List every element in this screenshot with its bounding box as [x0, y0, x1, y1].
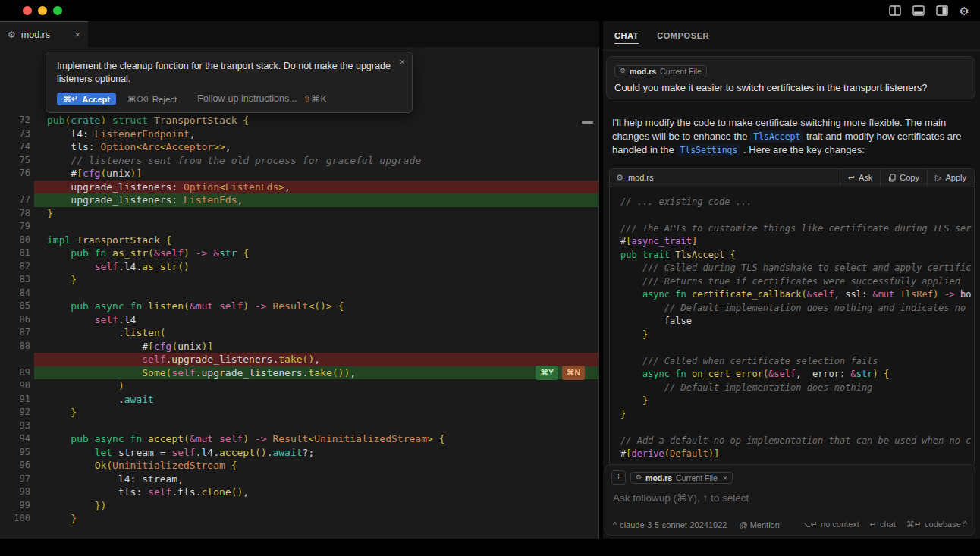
line-number: 72 [0, 114, 34, 127]
panel-icon[interactable] [912, 5, 925, 16]
assistant-text: . Here are the key changes: [740, 144, 864, 155]
chat-code-line: async fn certificate_callback(&self, ssl… [620, 288, 974, 302]
code-line[interactable]: 73 l4: ListenerEndpoint, [0, 127, 598, 141]
chat-code-line: /// The APIs to customize things like ce… [620, 222, 974, 236]
code-line[interactable]: 81 pub fn as_str(&self) -> &str { [0, 247, 598, 260]
keys: ↵ [870, 520, 877, 529]
code-text: l4: stream, [34, 473, 598, 486]
chat-code-line: // Default implementation does nothing [620, 382, 974, 395]
editor-viewport[interactable]: × Implement the cleanup function for the… [0, 47, 599, 539]
chat-code-line: async fn on_cert_error(&self, _error: &s… [620, 368, 974, 382]
code-block-filename: mod.rs [628, 173, 654, 182]
code-line[interactable]: 92 } [0, 406, 598, 419]
close-window-button[interactable] [23, 6, 32, 15]
reject-keys: ⌘⌫ [127, 94, 149, 105]
tab-close-icon[interactable]: × [74, 30, 80, 39]
tab-composer[interactable]: COMPOSER [657, 31, 709, 40]
followup-input[interactable]: Follow-up instructions... ⇧⌘K [197, 93, 327, 105]
chat-code-content: // ... existing code .../// The APIs to … [610, 187, 974, 466]
ask-button[interactable]: ↩ Ask [840, 169, 881, 187]
codebase-submit-button[interactable]: ⌘↵ codebase ^ [906, 520, 967, 529]
scrollbar-thumb[interactable] [582, 121, 593, 124]
code-line[interactable]: 94 pub async fn accept(&mut self) -> Res… [0, 432, 598, 446]
code-line[interactable]: 93 [0, 419, 598, 433]
diff-accept-badge[interactable]: ⌘Y [536, 366, 558, 381]
code-line[interactable]: 74 tls: Option<Arc<Acceptor>>, [0, 140, 598, 154]
minimize-window-button[interactable] [38, 6, 47, 15]
line-number: 90 [0, 379, 34, 393]
code-line[interactable]: 79 [0, 220, 598, 234]
accept-button[interactable]: ⌘↵ Accept [57, 93, 116, 105]
line-number: 75 [0, 154, 34, 168]
code-line[interactable]: 96 Ok(UninitializedStream { [0, 459, 598, 473]
tab-mod-rs[interactable]: ⚙ mod.rs × [0, 21, 88, 47]
line-number: 91 [0, 393, 34, 407]
code-line[interactable]: 76 #[cfg(unix)] [0, 167, 598, 181]
zoom-window-button[interactable] [53, 6, 62, 15]
code-line[interactable]: 88 #[cfg(unix)] [0, 340, 598, 353]
code-text: } [34, 207, 598, 221]
chat-code-line: /// Called when certificate selection fa… [620, 355, 974, 369]
inline-prompt-dialog: × Implement the cleanup function for the… [46, 52, 413, 113]
code-text: self.l4.as_str() [34, 260, 598, 274]
input-placeholder: Ask followup (⌘Y), ↑ to select [605, 485, 975, 504]
code-line[interactable]: 89 Some(self.upgrade_listeners.take()),⌘… [0, 366, 598, 380]
code-line[interactable]: 80impl TransportStack { [0, 234, 598, 247]
split-editor-icon[interactable] [889, 5, 901, 16]
code-line[interactable]: 87 .listen( [0, 326, 598, 340]
code-line[interactable]: 98 tls: self.tls.clone(), [0, 485, 598, 499]
line-number: 80 [0, 234, 34, 247]
apply-button[interactable]: ▷ Apply [927, 169, 974, 187]
code-line[interactable]: 97 l4: stream, [0, 473, 598, 486]
prompt-text: Implement the cleanup function for the t… [57, 60, 400, 86]
code-line[interactable]: 72pub(crate) struct TransportStack { [0, 114, 598, 127]
line-number: 86 [0, 313, 34, 327]
chat-code-line: } [620, 408, 974, 422]
chat-submit-button[interactable]: ↵ chat [870, 520, 896, 529]
prompt-close-icon[interactable]: × [399, 56, 405, 68]
inline-code: TlsSettings [677, 144, 740, 156]
reject-button[interactable]: ⌘⌫ Reject [127, 94, 177, 105]
chip-remove-icon[interactable]: × [723, 473, 727, 482]
add-context-button[interactable]: + [611, 470, 626, 485]
rust-file-icon: ⚙ [636, 474, 642, 481]
code-line[interactable]: 82 self.l4.as_str() [0, 260, 598, 274]
code-line[interactable]: 84 [0, 287, 598, 300]
code-line[interactable]: 78} [0, 207, 598, 221]
line-number [0, 181, 34, 194]
code-line[interactable]: 91 .await [0, 393, 598, 407]
code-text: impl TransportStack { [34, 234, 598, 247]
chat-input-box[interactable]: + ⚙ mod.rs Current File × Ask followup (… [605, 464, 975, 536]
code-text: tls: self.tls.clone(), [34, 485, 598, 499]
model-selector[interactable]: ^ claude-3-5-sonnet-20241022 [613, 520, 727, 529]
chat-panel: CHAT COMPOSER ⚙ mod.rs Current File Coul… [603, 21, 980, 539]
line-number: 74 [0, 140, 34, 154]
current-file-chip[interactable]: ⚙ mod.rs Current File [614, 65, 707, 77]
code-text: } [34, 406, 598, 419]
line-number: 93 [0, 419, 34, 433]
secondary-sidebar-icon[interactable] [936, 5, 948, 16]
code-line[interactable]: 75 // listeners sent from the old proces… [0, 154, 598, 168]
tab-chat[interactable]: CHAT [614, 31, 639, 44]
diff-reject-badge[interactable]: ⌘N [562, 366, 585, 381]
rust-file-icon: ⚙ [8, 30, 16, 39]
code-line[interactable]: 83 } [0, 273, 598, 287]
code-line[interactable]: 77 upgrade_listeners: ListenFds, [0, 193, 598, 207]
code-line[interactable]: 100 } [0, 512, 598, 526]
code-line[interactable]: upgrade_listeners: Option<ListenFds>, [0, 181, 598, 194]
input-file-chip[interactable]: ⚙ mod.rs Current File × [630, 472, 733, 484]
code-line[interactable]: 95 let stream = self.l4.accept().await?; [0, 446, 598, 460]
settings-gear-icon[interactable]: ⚙ [960, 5, 969, 17]
code-block-header: ⚙ mod.rs ↩ Ask Copy [610, 169, 974, 187]
code-line[interactable]: 86 self.l4 [0, 313, 598, 327]
code-line[interactable]: 90 ) [0, 379, 598, 393]
mention-button[interactable]: @ Mention [739, 520, 779, 529]
code-line[interactable]: self.upgrade_listeners.take(), [0, 353, 598, 366]
code-text: ) [34, 379, 598, 393]
code-line[interactable]: 99 }) [0, 499, 598, 513]
code-line[interactable]: 85 pub async fn listen(&mut self) -> Res… [0, 300, 598, 313]
no-context-button[interactable]: ⌥↵ no context [801, 520, 859, 529]
copy-button[interactable]: Copy [880, 169, 927, 187]
line-number: 81 [0, 247, 34, 260]
line-number: 78 [0, 207, 34, 221]
